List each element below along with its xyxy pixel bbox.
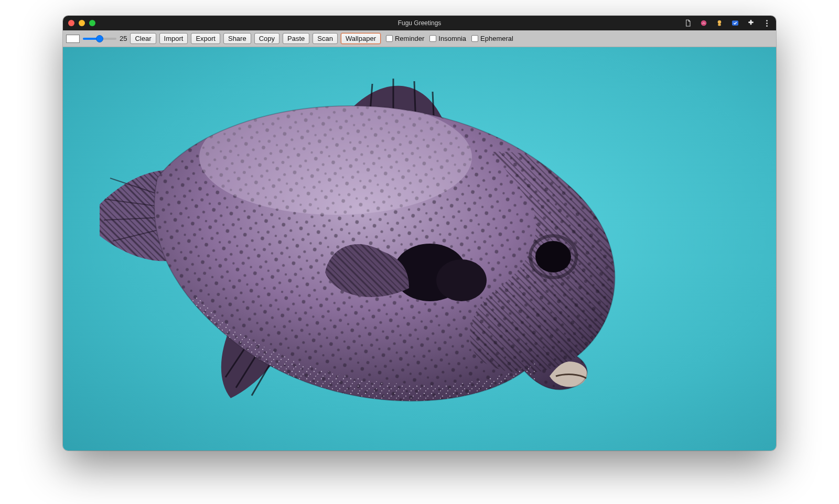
ephemeral-checkbox-wrap[interactable]: Ephemeral xyxy=(471,35,513,42)
check-icon[interactable] xyxy=(731,19,739,27)
svg-point-1 xyxy=(718,20,722,24)
wallpaper-button[interactable]: Wallpaper xyxy=(341,33,381,44)
insomnia-checkbox[interactable] xyxy=(429,35,436,42)
insomnia-label: Insomnia xyxy=(438,35,466,42)
color-swatch[interactable] xyxy=(66,35,80,43)
svg-rect-3 xyxy=(732,20,738,25)
reminder-checkbox-wrap[interactable]: Reminder xyxy=(386,35,424,42)
window-title: Fugu Greetings xyxy=(63,19,776,27)
extension-icon[interactable] xyxy=(747,19,755,27)
brush-size-value: 25 xyxy=(120,35,127,42)
kebab-menu-icon[interactable] xyxy=(762,19,771,27)
insomnia-checkbox-wrap[interactable]: Insomnia xyxy=(429,35,466,42)
svg-point-15 xyxy=(535,241,571,272)
ephemeral-label: Ephemeral xyxy=(480,35,513,42)
svg-point-18 xyxy=(436,259,487,301)
scan-button[interactable]: Scan xyxy=(313,33,338,44)
reminder-label: Reminder xyxy=(395,35,424,42)
user-badge-icon[interactable] xyxy=(715,19,724,27)
import-button[interactable]: Import xyxy=(159,33,188,44)
share-button[interactable]: Share xyxy=(223,33,251,44)
paint-icon[interactable] xyxy=(700,19,708,27)
brush-size-slider[interactable] xyxy=(83,35,116,42)
pufferfish-image xyxy=(63,47,776,451)
window-controls xyxy=(68,20,95,26)
svg-rect-2 xyxy=(718,24,720,26)
copy-button[interactable]: Copy xyxy=(254,33,279,44)
app-window: Fugu Greetings 25 xyxy=(63,16,776,451)
clear-button[interactable]: Clear xyxy=(130,33,156,44)
drawing-canvas[interactable] xyxy=(63,47,776,451)
titlebar-right xyxy=(684,19,771,27)
export-button[interactable]: Export xyxy=(191,33,220,44)
file-icon[interactable] xyxy=(684,19,692,27)
titlebar: Fugu Greetings xyxy=(63,16,776,30)
close-window-button[interactable] xyxy=(68,20,74,26)
ephemeral-checkbox[interactable] xyxy=(471,35,478,42)
toolbar: 25 Clear Import Export Share Copy Paste … xyxy=(63,30,776,47)
maximize-window-button[interactable] xyxy=(89,20,95,26)
reminder-checkbox[interactable] xyxy=(386,35,393,42)
paste-button[interactable]: Paste xyxy=(283,33,309,44)
minimize-window-button[interactable] xyxy=(79,20,85,26)
